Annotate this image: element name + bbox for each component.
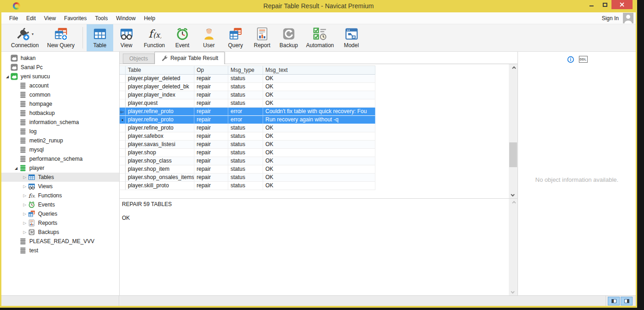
results-grid: TableOpMsg_typeMsg_text player.player_de…: [120, 65, 375, 190]
scroll-up-icon[interactable]: [509, 64, 517, 72]
sidebar-item-functions[interactable]: ▷f(x)Functions: [1, 191, 119, 200]
table-row[interactable]: player.player_deleted_bkrepairstatusOK: [120, 83, 375, 91]
menu-view[interactable]: View: [40, 13, 60, 23]
minimize-button[interactable]: [585, 0, 598, 9]
table-row[interactable]: player.refine_protorepairstatusOK: [120, 124, 375, 132]
row-marker-cell: [120, 182, 126, 190]
sidebar-item-queries[interactable]: ▷Queries: [1, 209, 119, 218]
collapsed-arrow-icon[interactable]: ▷: [22, 184, 28, 189]
cell-op: repair: [194, 124, 228, 132]
toolbar-report-button[interactable]: Report: [249, 24, 275, 51]
toolbar-model-button[interactable]: Model: [338, 24, 365, 51]
table-row[interactable]: ●player.refine_protorepairerrorRun recov…: [120, 116, 375, 124]
menu-tools[interactable]: Tools: [91, 13, 112, 23]
table-row[interactable]: player.skill_protorepairstatusOK: [120, 182, 375, 190]
table-icon: [93, 27, 107, 41]
sign-in-link[interactable]: Sign In: [602, 15, 619, 22]
column-header-msg-type[interactable]: Msg_type: [228, 66, 263, 75]
table-row[interactable]: player.shop_itemrepairstatusOK: [120, 165, 375, 174]
toolbar-query-button[interactable]: Query: [222, 24, 249, 51]
view-icon: [120, 27, 133, 41]
table-row[interactable]: player.shop_onsales_itemsrepairstatusOK: [120, 174, 375, 182]
column-header-op[interactable]: Op: [194, 66, 228, 75]
sidebar-item-views[interactable]: ▷Views: [1, 182, 119, 191]
toggle-right-pane-button[interactable]: [621, 297, 633, 305]
sidebar-item-player[interactable]: ◢player: [1, 163, 119, 173]
cell-table: player.refine_proto: [126, 116, 194, 124]
toolbar-function-button[interactable]: f(x)Function: [140, 24, 169, 51]
menu-help[interactable]: Help: [140, 13, 160, 23]
collapsed-arrow-icon[interactable]: ▷: [22, 212, 28, 216]
collapsed-arrow-icon[interactable]: ▷: [22, 221, 28, 225]
tab-repair-table-result[interactable]: Repair Table Result: [154, 52, 225, 64]
toolbar-user-button[interactable]: User: [196, 24, 222, 51]
sidebar-item-test[interactable]: test: [1, 246, 119, 255]
table-row[interactable]: player.safeboxrepairstatusOK: [120, 132, 375, 141]
table-row[interactable]: player.savas_listesirepairstatusOK: [120, 141, 375, 149]
grid-scrollbar[interactable]: [509, 64, 517, 198]
sidebar-item-tables[interactable]: ▷Tables: [1, 173, 119, 182]
toolbar-new-query-button[interactable]: New Query: [43, 24, 79, 51]
toolbar-table-button[interactable]: Table: [87, 24, 113, 51]
menu-favorites[interactable]: Favorites: [60, 13, 91, 23]
sidebar-item-performance-schema[interactable]: performance_schema: [1, 154, 119, 163]
info-button[interactable]: [567, 56, 575, 63]
sidebar-item-hakan[interactable]: hakan: [1, 54, 119, 63]
pane-left-icon: [611, 299, 616, 303]
table-row[interactable]: player.shop_classrepairstatusOK: [120, 157, 375, 165]
row-marker-cell: [120, 141, 126, 149]
table-row[interactable]: player.questrepairstatusOK: [120, 99, 375, 108]
scroll-down-icon[interactable]: [509, 288, 517, 295]
table-row[interactable]: player.player_deletedrepairstatusOK: [120, 75, 375, 83]
collapsed-arrow-icon[interactable]: ▷: [22, 175, 28, 179]
scroll-down-icon[interactable]: [509, 190, 517, 198]
table-row[interactable]: player.player_indexrepairstatusOK: [120, 91, 375, 99]
sidebar-item-mysql[interactable]: mysql: [1, 145, 119, 154]
table-row[interactable]: ▻player.refine_protorepairerrorCouldn't …: [120, 108, 375, 116]
cell-op: repair: [194, 157, 228, 165]
toolbar-backup-button[interactable]: Backup: [275, 24, 302, 51]
sidebar-item-sanal-pc[interactable]: Sanal Pc: [1, 63, 119, 72]
sidebar-item-reports[interactable]: ▷Reports: [1, 218, 119, 228]
tree-item-label: common: [29, 92, 50, 98]
sidebar-item-hompage[interactable]: hompage: [1, 99, 119, 109]
table-row[interactable]: player.shoprepairstatusOK: [120, 149, 375, 157]
sidebar-item-events[interactable]: ▷Events: [1, 200, 119, 209]
expanded-arrow-icon[interactable]: ◢: [13, 166, 19, 170]
collapsed-arrow-icon[interactable]: ▷: [22, 193, 28, 198]
sidebar-item-information-schema[interactable]: information_schema: [1, 118, 119, 127]
sidebar-item-metin2-runup[interactable]: metin2_runup: [1, 136, 119, 145]
menu-file[interactable]: File: [5, 13, 22, 23]
sidebar-item-log[interactable]: log: [1, 127, 119, 136]
sidebar-item-yeni-sunucu[interactable]: ◢yeni sunucu: [1, 72, 119, 81]
column-header-msg-text[interactable]: Msg_text: [263, 66, 375, 75]
sidebar-item-backups[interactable]: ▷Backups: [1, 228, 119, 237]
collapsed-arrow-icon[interactable]: ▷: [22, 230, 28, 234]
menu-edit[interactable]: Edit: [22, 13, 40, 23]
chevron-down-icon[interactable]: ▾: [32, 32, 33, 36]
main-area: hakanSanal Pc◢yeni sunucuaccountcommonho…: [1, 52, 636, 295]
toolbar-automation-button[interactable]: Automation: [302, 24, 338, 51]
maximize-button[interactable]: [598, 0, 611, 9]
menu-window[interactable]: Window: [112, 13, 140, 23]
expanded-arrow-icon[interactable]: ◢: [4, 75, 11, 79]
sidebar-item-common[interactable]: common: [1, 90, 119, 99]
close-button[interactable]: [611, 0, 633, 9]
sidebar-item-please-read-me-vvv[interactable]: PLEASE_READ_ME_VVV: [1, 237, 119, 246]
toggle-left-pane-button[interactable]: [608, 297, 620, 305]
ddl-button[interactable]: DDL: [579, 56, 588, 63]
collapsed-arrow-icon[interactable]: ▷: [22, 202, 28, 207]
message-scrollbar[interactable]: [509, 199, 517, 295]
tab-objects[interactable]: Objects: [123, 54, 154, 64]
sidebar-item-account[interactable]: account: [1, 81, 119, 90]
sidebar-item-hotbackup[interactable]: hotbackup: [1, 109, 119, 118]
scroll-up-icon[interactable]: [509, 199, 517, 207]
tree-item-label: test: [29, 247, 38, 254]
avatar[interactable]: [623, 13, 633, 23]
row-marker-cell: [120, 165, 126, 174]
toolbar-connection-button[interactable]: ▾Connection: [7, 24, 43, 51]
toolbar-view-button[interactable]: View: [113, 24, 140, 51]
column-header-table[interactable]: Table: [126, 66, 194, 75]
toolbar-event-button[interactable]: Event: [169, 24, 196, 51]
scroll-thumb[interactable]: [509, 142, 517, 167]
